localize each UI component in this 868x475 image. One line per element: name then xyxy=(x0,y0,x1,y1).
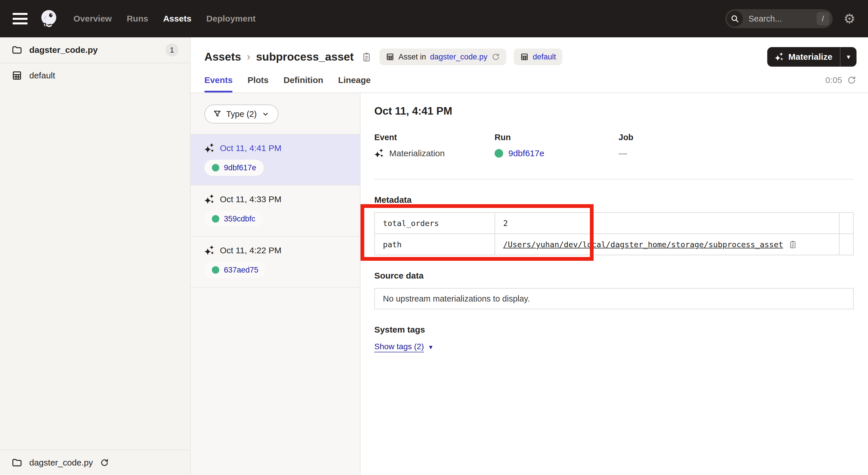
shines-icon xyxy=(374,148,384,158)
tab-events[interactable]: Events xyxy=(205,75,232,92)
shines-icon xyxy=(205,143,215,153)
event-column-label: Event xyxy=(374,133,495,142)
refresh-icon[interactable] xyxy=(491,53,500,61)
sidebar: dagster_code.py 1 default dagster_code.p… xyxy=(0,37,191,475)
top-nav: Overview Runs Assets Deployment Search..… xyxy=(0,0,868,37)
code-location-label: dagster_code.py xyxy=(29,45,98,55)
asset-header: Assets › subprocess_asset Asset in dagst… xyxy=(191,37,868,67)
nav-deployment[interactable]: Deployment xyxy=(206,14,256,24)
event-timestamp: Oct 11, 4:33 PM xyxy=(220,195,282,204)
run-id-link[interactable]: 9dbf617e xyxy=(224,164,256,172)
sidebar-item-code-location[interactable]: dagster_code.py 1 xyxy=(0,37,190,63)
shines-icon xyxy=(205,194,215,205)
main-content: Assets › subprocess_asset Asset in dagst… xyxy=(191,37,868,475)
search-input[interactable]: Search... / xyxy=(725,9,833,28)
dagster-app: Overview Runs Assets Deployment Search..… xyxy=(0,0,868,475)
folder-icon xyxy=(11,457,22,468)
metadata-key: total_orders xyxy=(375,212,495,234)
group-badge-link[interactable]: default xyxy=(533,53,556,61)
metadata-section-title: Metadata xyxy=(374,195,854,205)
metadata-table: total_orders 2 path /Users/yuhan/dev/loc… xyxy=(374,212,854,255)
dagster-logo[interactable] xyxy=(39,9,59,28)
run-id-link[interactable]: 637aed75 xyxy=(224,266,258,274)
copy-icon[interactable] xyxy=(361,51,372,62)
search-placeholder: Search... xyxy=(749,14,811,24)
folder-icon xyxy=(11,44,22,55)
refresh-timer: 0:05 xyxy=(826,75,857,92)
materialize-label: Materialize xyxy=(788,52,832,62)
asset-count-badge: 1 xyxy=(165,43,179,57)
asset-group-icon xyxy=(386,53,394,61)
materialize-button-group: Materialize ▾ xyxy=(767,47,857,67)
group-badge[interactable]: default xyxy=(514,49,562,65)
metadata-value: /Users/yuhan/dev/local/dagster_home/stor… xyxy=(495,234,839,255)
filter-row: Type (2) xyxy=(191,93,360,135)
chevron-down-icon xyxy=(261,110,270,118)
run-column-label: Run xyxy=(495,133,619,142)
hamburger-icon[interactable] xyxy=(12,13,28,24)
copy-icon[interactable] xyxy=(788,240,797,249)
event-type-value: Materialization xyxy=(389,148,445,158)
caret-down-icon: ▼ xyxy=(428,344,434,351)
type-filter-label: Type (2) xyxy=(226,110,257,119)
breadcrumb: Assets › subprocess_asset xyxy=(205,51,353,63)
event-timestamp: Oct 11, 4:41 PM xyxy=(220,143,282,153)
asset-definition-badge[interactable]: Asset in dagster_code.py xyxy=(379,49,506,65)
group-label: default xyxy=(29,71,55,81)
refresh-icon[interactable] xyxy=(100,458,109,467)
materialize-button[interactable]: Materialize xyxy=(767,47,840,67)
system-tags-section-title: System tags xyxy=(374,325,854,334)
tab-definition[interactable]: Definition xyxy=(284,75,323,92)
run-status-dot xyxy=(212,215,219,222)
sidebar-item-group-default[interactable]: default xyxy=(0,63,190,88)
show-tags-label: Show tags (2) xyxy=(374,342,424,352)
events-list-panel: Type (2) xyxy=(191,93,361,475)
shines-icon xyxy=(775,52,784,61)
show-tags-button[interactable]: Show tags (2) ▼ xyxy=(374,342,434,352)
event-timestamp: Oct 11, 4:22 PM xyxy=(220,245,282,255)
nav-assets[interactable]: Assets xyxy=(163,14,191,24)
tab-plots[interactable]: Plots xyxy=(247,75,268,92)
materialize-dropdown-caret[interactable]: ▾ xyxy=(840,47,857,67)
table-row: total_orders 2 xyxy=(375,212,854,234)
breadcrumb-separator: › xyxy=(247,51,250,63)
refresh-countdown: 0:05 xyxy=(826,75,842,85)
run-status-dot xyxy=(495,149,503,158)
nav-runs[interactable]: Runs xyxy=(127,14,148,24)
metadata-value: 2 xyxy=(495,212,839,234)
divider xyxy=(374,179,854,179)
table-row: path /Users/yuhan/dev/local/dagster_home… xyxy=(375,234,854,255)
refresh-icon[interactable] xyxy=(847,75,857,85)
event-list-item[interactable]: Oct 11, 4:41 PM 9dbf617e xyxy=(191,135,360,185)
type-filter-button[interactable]: Type (2) xyxy=(205,105,278,123)
run-id-pill[interactable]: 359cdbfc xyxy=(205,211,263,227)
metadata-key: path xyxy=(375,234,495,255)
source-data-empty-state: No upstream materializations to display. xyxy=(374,288,854,309)
run-id-link[interactable]: 9dbf617e xyxy=(508,148,544,158)
source-data-section-title: Source data xyxy=(374,271,854,280)
metadata-path-link[interactable]: /Users/yuhan/dev/local/dagster_home/stor… xyxy=(503,240,783,249)
event-detail-panel: Oct 11, 4:41 PM Event xyxy=(361,93,868,475)
run-id-pill[interactable]: 9dbf617e xyxy=(205,160,264,176)
job-value: — xyxy=(619,148,627,158)
run-id-link[interactable]: 359cdbfc xyxy=(224,214,255,224)
asset-group-icon xyxy=(11,70,22,81)
filter-icon xyxy=(213,110,222,118)
asset-tabs: Events Plots Definition Lineage 0:05 xyxy=(191,67,868,93)
asset-badge-code-location-link[interactable]: dagster_code.py xyxy=(430,53,487,61)
run-id-pill[interactable]: 637aed75 xyxy=(205,262,266,278)
page-title: subprocess_asset xyxy=(256,51,353,63)
gear-icon[interactable]: ⚙ xyxy=(844,12,856,25)
asset-group-icon xyxy=(520,53,529,61)
sidebar-footer-code-location[interactable]: dagster_code.py xyxy=(0,450,190,475)
event-list-item[interactable]: Oct 11, 4:33 PM 359cdbfc xyxy=(191,185,360,237)
search-shortcut-key: / xyxy=(817,12,829,25)
event-list-item[interactable]: Oct 11, 4:22 PM 637aed75 xyxy=(191,237,360,288)
run-status-dot xyxy=(212,164,219,172)
breadcrumb-assets[interactable]: Assets xyxy=(205,51,241,63)
footer-code-location-label: dagster_code.py xyxy=(29,458,93,468)
nav-overview[interactable]: Overview xyxy=(73,14,112,24)
shines-icon xyxy=(205,245,215,256)
tab-lineage[interactable]: Lineage xyxy=(338,75,371,92)
run-status-dot xyxy=(212,266,219,274)
